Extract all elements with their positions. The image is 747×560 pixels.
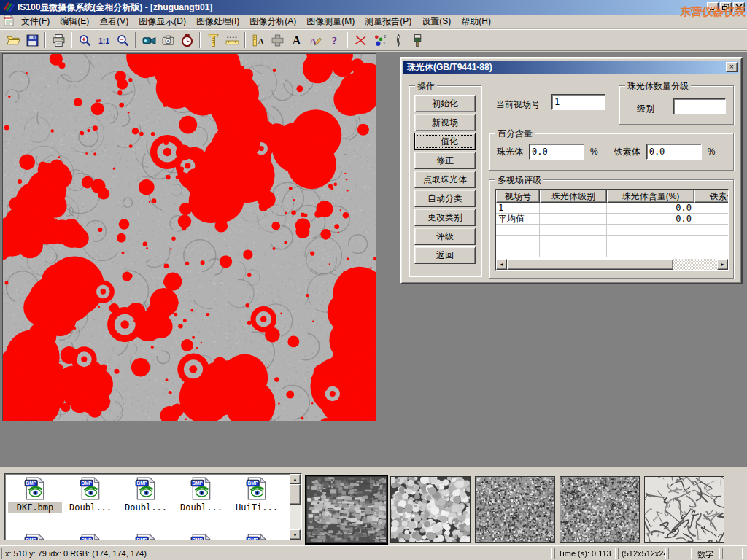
- ferrite-percent-input[interactable]: [646, 144, 702, 160]
- svg-text:BMP: BMP: [82, 537, 93, 540]
- file-item[interactable]: BMP: [8, 534, 62, 540]
- menu-view[interactable]: 查看(V): [94, 15, 133, 28]
- scroll-thumb[interactable]: [290, 484, 301, 505]
- measure-text-button[interactable]: A: [249, 31, 268, 50]
- grade-input[interactable]: [673, 98, 726, 114]
- table-hscrollbar[interactable]: ◄►: [496, 259, 728, 270]
- table-cell: 0.0: [607, 214, 694, 225]
- restore-button[interactable]: [720, 2, 732, 12]
- table-cell: [694, 236, 729, 246]
- menu-image-measure[interactable]: 图像测量(M): [301, 15, 360, 28]
- video-camera-button[interactable]: [139, 31, 158, 50]
- initialize-button[interactable]: 初始化: [414, 95, 476, 112]
- column-header[interactable]: 铁素体含量(%): [694, 190, 729, 203]
- document-icon[interactable]: DOC: [3, 15, 15, 28]
- pick-pearlite-button[interactable]: 点取珠光体: [414, 171, 476, 188]
- file-item[interactable]: BMPDoubl...: [119, 477, 173, 513]
- ruler-icon: [225, 34, 239, 47]
- menu-edit[interactable]: 编辑(E): [55, 15, 94, 28]
- table-header-row: 视场号珠光体级别珠光体含量(%)铁素体含量(%): [496, 190, 728, 203]
- camera-button[interactable]: [158, 31, 177, 50]
- grade-group-label: 珠光体数量分级: [625, 80, 691, 93]
- toolbar-separator: [244, 32, 246, 48]
- file-item[interactable]: BMP: [174, 534, 228, 540]
- rating-table[interactable]: 视场号珠光体级别珠光体含量(%)铁素体含量(%)10.0平均值0.0◄►: [495, 189, 729, 271]
- change-category-button[interactable]: 更改类别: [414, 209, 476, 226]
- thumbnail[interactable]: [475, 476, 555, 543]
- column-header[interactable]: 视场号: [496, 190, 540, 203]
- actual-size-button[interactable]: 1:1: [94, 31, 113, 50]
- save-icon: [26, 34, 39, 47]
- table-cell: 0.0: [607, 203, 694, 214]
- curve-tool-button[interactable]: [351, 31, 370, 50]
- current-field-input[interactable]: [551, 94, 605, 110]
- grid-cross-button[interactable]: [268, 31, 287, 50]
- scroll-track[interactable]: [673, 259, 717, 270]
- thumbnail[interactable]: [390, 476, 471, 543]
- file-item[interactable]: BMPDKF.bmp: [8, 477, 62, 513]
- micrograph-image[interactable]: [2, 53, 376, 421]
- scroll-thumb[interactable]: [507, 259, 673, 270]
- open-file-button[interactable]: [4, 31, 23, 50]
- dialog-title-bar[interactable]: 珠光体(GB/T9441-88) ×: [403, 61, 739, 74]
- new-field-button[interactable]: 新视场: [414, 114, 476, 131]
- minimize-button[interactable]: [707, 2, 719, 12]
- file-item[interactable]: BMP: [119, 534, 173, 540]
- operation-group-label: 操作: [415, 80, 437, 93]
- menu-image-analysis[interactable]: 图像分析(A): [244, 15, 301, 28]
- menu-file[interactable]: 文件(F): [16, 15, 55, 28]
- ferrite-percent-input-unit: %: [708, 147, 716, 157]
- binarize-button[interactable]: 二值化: [414, 133, 476, 150]
- menu-image-process[interactable]: 图像处理(I): [191, 15, 244, 28]
- table-row[interactable]: [496, 225, 728, 236]
- correct-button[interactable]: 修正: [414, 152, 476, 169]
- scroll-right-button[interactable]: ►: [717, 259, 728, 270]
- pen-tool-button[interactable]: [389, 31, 408, 50]
- return-button[interactable]: 返回: [414, 246, 476, 264]
- thumbnail[interactable]: [644, 476, 724, 543]
- brush-tool-button[interactable]: [408, 31, 427, 50]
- file-item[interactable]: BMP: [230, 534, 284, 540]
- auto-classify-button[interactable]: 自动分类: [414, 190, 476, 207]
- annotate-button[interactable]: A: [306, 31, 325, 50]
- file-item[interactable]: BMPHuiTi...: [230, 477, 284, 513]
- print-button[interactable]: [49, 31, 68, 50]
- file-item[interactable]: BMP: [63, 534, 117, 540]
- caliper-button[interactable]: [204, 31, 222, 50]
- table-row[interactable]: [496, 236, 728, 246]
- count-points-button[interactable]: 23: [370, 31, 389, 50]
- menu-settings[interactable]: 设置(S): [417, 15, 456, 28]
- thumbnail[interactable]: [560, 476, 640, 543]
- menu-image-display[interactable]: 图像显示(D): [133, 15, 191, 28]
- save-button[interactable]: [23, 31, 42, 50]
- column-header[interactable]: 珠光体含量(%): [607, 190, 694, 203]
- file-item[interactable]: BMPDoubl...: [63, 477, 117, 513]
- table-row[interactable]: 平均值0.0: [496, 214, 728, 225]
- rate-button[interactable]: 评级: [414, 228, 476, 245]
- timer-button[interactable]: [177, 31, 196, 50]
- menu-measure-report[interactable]: 测量报告(P): [360, 15, 417, 28]
- table-cell: [540, 236, 607, 246]
- help-button[interactable]: ?: [325, 31, 344, 50]
- table-row[interactable]: 10.0: [496, 203, 728, 214]
- scroll-left-button[interactable]: ◄: [496, 259, 507, 270]
- ruler-button[interactable]: [222, 31, 241, 50]
- table-row[interactable]: [496, 246, 728, 257]
- file-list-scrollbar[interactable]: ▲ ▼: [290, 474, 301, 540]
- thumbnail[interactable]: [306, 476, 387, 543]
- text-a-button[interactable]: A: [287, 31, 306, 50]
- pearlite-percent-input[interactable]: [529, 144, 584, 160]
- zoom-out-button[interactable]: [113, 31, 132, 50]
- table-cell: [607, 246, 694, 257]
- zoom-in-button[interactable]: [75, 31, 94, 50]
- scroll-up-button[interactable]: ▲: [290, 474, 301, 484]
- dialog-close-button[interactable]: ×: [726, 62, 738, 72]
- file-item[interactable]: BMPDoubl...: [174, 477, 228, 513]
- close-button[interactable]: [733, 2, 745, 12]
- toolbar-separator: [199, 32, 201, 48]
- scroll-down-button[interactable]: ▼: [290, 529, 301, 540]
- column-header[interactable]: 珠光体级别: [540, 190, 607, 203]
- svg-text:DOC: DOC: [4, 16, 12, 20]
- table-cell: 平均值: [496, 214, 540, 225]
- menu-help[interactable]: 帮助(H): [456, 15, 496, 28]
